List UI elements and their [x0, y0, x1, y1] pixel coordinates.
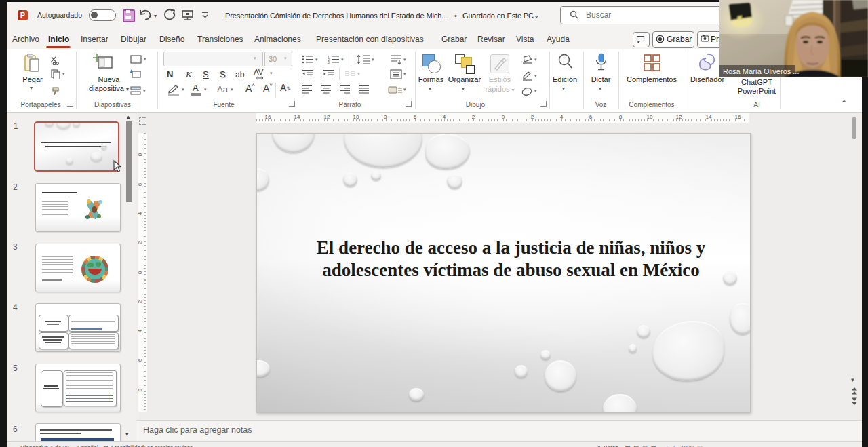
svg-text:3: 3	[328, 60, 330, 64]
